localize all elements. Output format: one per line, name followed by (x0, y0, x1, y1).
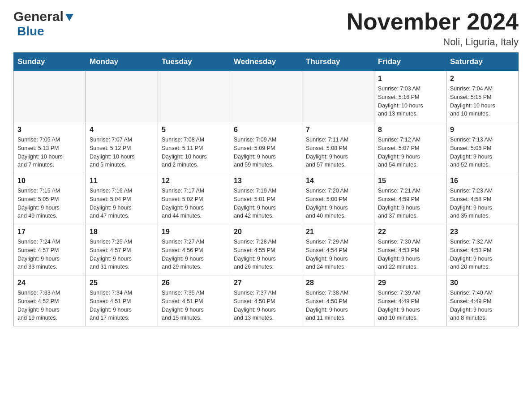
day-info: Sunrise: 7:24 AM Sunset: 4:57 PM Dayligh… (17, 238, 82, 271)
calendar-cell (86, 71, 158, 122)
calendar-cell: 16Sunrise: 7:23 AM Sunset: 4:58 PM Dayli… (446, 173, 519, 224)
calendar-cell (14, 71, 86, 122)
calendar-cell: 30Sunrise: 7:40 AM Sunset: 4:49 PM Dayli… (446, 275, 519, 326)
day-number: 12 (162, 177, 226, 185)
calendar-title: November 2024 (347, 9, 519, 34)
day-number: 23 (450, 228, 515, 236)
day-info: Sunrise: 7:12 AM Sunset: 5:07 PM Dayligh… (378, 136, 442, 169)
day-number: 28 (306, 279, 370, 287)
calendar-week-row: 10Sunrise: 7:15 AM Sunset: 5:05 PM Dayli… (14, 173, 519, 224)
svg-marker-0 (65, 14, 73, 21)
day-number: 4 (90, 126, 154, 134)
day-number: 22 (378, 228, 442, 236)
day-number: 16 (450, 177, 515, 185)
day-of-week-header-monday: Monday (86, 53, 158, 71)
day-info: Sunrise: 7:40 AM Sunset: 4:49 PM Dayligh… (450, 289, 515, 322)
day-info: Sunrise: 7:39 AM Sunset: 4:49 PM Dayligh… (378, 289, 442, 322)
day-number: 1 (378, 75, 442, 83)
day-number: 8 (378, 126, 442, 134)
calendar-cell: 14Sunrise: 7:20 AM Sunset: 5:00 PM Dayli… (302, 173, 374, 224)
day-of-week-header-wednesday: Wednesday (230, 53, 302, 71)
calendar-cell: 20Sunrise: 7:28 AM Sunset: 4:55 PM Dayli… (230, 224, 302, 275)
calendar-subtitle: Noli, Liguria, Italy (347, 36, 519, 48)
day-number: 14 (306, 177, 370, 185)
day-info: Sunrise: 7:27 AM Sunset: 4:56 PM Dayligh… (162, 238, 226, 271)
calendar-cell: 8Sunrise: 7:12 AM Sunset: 5:07 PM Daylig… (374, 122, 446, 173)
day-number: 5 (162, 126, 226, 134)
calendar-week-row: 3Sunrise: 7:05 AM Sunset: 5:13 PM Daylig… (14, 122, 519, 173)
calendar-cell: 19Sunrise: 7:27 AM Sunset: 4:56 PM Dayli… (158, 224, 230, 275)
day-info: Sunrise: 7:11 AM Sunset: 5:08 PM Dayligh… (306, 136, 370, 169)
calendar-cell: 17Sunrise: 7:24 AM Sunset: 4:57 PM Dayli… (14, 224, 86, 275)
day-info: Sunrise: 7:37 AM Sunset: 4:50 PM Dayligh… (234, 289, 298, 322)
logo: General Blue (13, 9, 74, 39)
day-number: 7 (306, 126, 370, 134)
day-info: Sunrise: 7:28 AM Sunset: 4:55 PM Dayligh… (234, 238, 298, 271)
day-info: Sunrise: 7:25 AM Sunset: 4:57 PM Dayligh… (90, 238, 154, 271)
day-number: 19 (162, 228, 226, 236)
calendar-cell: 15Sunrise: 7:21 AM Sunset: 4:59 PM Dayli… (374, 173, 446, 224)
day-number: 17 (17, 228, 82, 236)
calendar-cell: 11Sunrise: 7:16 AM Sunset: 5:04 PM Dayli… (86, 173, 158, 224)
calendar-cell: 22Sunrise: 7:30 AM Sunset: 4:53 PM Dayli… (374, 224, 446, 275)
day-info: Sunrise: 7:15 AM Sunset: 5:05 PM Dayligh… (17, 187, 82, 220)
calendar-cell: 23Sunrise: 7:32 AM Sunset: 4:53 PM Dayli… (446, 224, 519, 275)
day-of-week-header-saturday: Saturday (446, 53, 519, 71)
day-number: 13 (234, 177, 298, 185)
calendar-cell: 12Sunrise: 7:17 AM Sunset: 5:02 PM Dayli… (158, 173, 230, 224)
day-number: 27 (234, 279, 298, 287)
calendar-cell: 1Sunrise: 7:03 AM Sunset: 5:16 PM Daylig… (374, 71, 446, 122)
day-number: 26 (162, 279, 226, 287)
calendar-cell: 18Sunrise: 7:25 AM Sunset: 4:57 PM Dayli… (86, 224, 158, 275)
day-info: Sunrise: 7:09 AM Sunset: 5:09 PM Dayligh… (234, 136, 298, 169)
day-info: Sunrise: 7:23 AM Sunset: 4:58 PM Dayligh… (450, 187, 515, 220)
calendar-cell: 28Sunrise: 7:38 AM Sunset: 4:50 PM Dayli… (302, 275, 374, 326)
calendar-cell (158, 71, 230, 122)
calendar-cell: 6Sunrise: 7:09 AM Sunset: 5:09 PM Daylig… (230, 122, 302, 173)
calendar-header-row: SundayMondayTuesdayWednesdayThursdayFrid… (14, 53, 519, 71)
calendar-cell: 10Sunrise: 7:15 AM Sunset: 5:05 PM Dayli… (14, 173, 86, 224)
day-info: Sunrise: 7:38 AM Sunset: 4:50 PM Dayligh… (306, 289, 370, 322)
calendar-cell (230, 71, 302, 122)
calendar-week-row: 17Sunrise: 7:24 AM Sunset: 4:57 PM Dayli… (14, 224, 519, 275)
day-info: Sunrise: 7:20 AM Sunset: 5:00 PM Dayligh… (306, 187, 370, 220)
day-number: 21 (306, 228, 370, 236)
calendar-cell: 21Sunrise: 7:29 AM Sunset: 4:54 PM Dayli… (302, 224, 374, 275)
calendar-cell: 9Sunrise: 7:13 AM Sunset: 5:06 PM Daylig… (446, 122, 519, 173)
day-number: 18 (90, 228, 154, 236)
calendar-table: SundayMondayTuesdayWednesdayThursdayFrid… (13, 52, 519, 326)
day-info: Sunrise: 7:21 AM Sunset: 4:59 PM Dayligh… (378, 187, 442, 220)
day-info: Sunrise: 7:30 AM Sunset: 4:53 PM Dayligh… (378, 238, 442, 271)
calendar-cell: 4Sunrise: 7:07 AM Sunset: 5:12 PM Daylig… (86, 122, 158, 173)
day-info: Sunrise: 7:03 AM Sunset: 5:16 PM Dayligh… (378, 85, 442, 118)
calendar-week-row: 24Sunrise: 7:33 AM Sunset: 4:52 PM Dayli… (14, 275, 519, 326)
day-number: 20 (234, 228, 298, 236)
day-number: 11 (90, 177, 154, 185)
calendar-cell: 13Sunrise: 7:19 AM Sunset: 5:01 PM Dayli… (230, 173, 302, 224)
day-info: Sunrise: 7:35 AM Sunset: 4:51 PM Dayligh… (162, 289, 226, 322)
title-section: November 2024 Noli, Liguria, Italy (347, 9, 519, 48)
day-number: 10 (17, 177, 82, 185)
day-number: 30 (450, 279, 515, 287)
calendar-body: 1Sunrise: 7:03 AM Sunset: 5:16 PM Daylig… (14, 71, 519, 326)
calendar-cell (302, 71, 374, 122)
day-info: Sunrise: 7:08 AM Sunset: 5:11 PM Dayligh… (162, 136, 226, 169)
day-info: Sunrise: 7:32 AM Sunset: 4:53 PM Dayligh… (450, 238, 515, 271)
calendar-cell: 3Sunrise: 7:05 AM Sunset: 5:13 PM Daylig… (14, 122, 86, 173)
day-info: Sunrise: 7:16 AM Sunset: 5:04 PM Dayligh… (90, 187, 154, 220)
logo-triangle-icon (64, 12, 74, 22)
day-info: Sunrise: 7:13 AM Sunset: 5:06 PM Dayligh… (450, 136, 515, 169)
calendar-cell: 7Sunrise: 7:11 AM Sunset: 5:08 PM Daylig… (302, 122, 374, 173)
calendar-week-row: 1Sunrise: 7:03 AM Sunset: 5:16 PM Daylig… (14, 71, 519, 122)
day-number: 6 (234, 126, 298, 134)
day-number: 2 (450, 75, 515, 83)
calendar-header: SundayMondayTuesdayWednesdayThursdayFrid… (14, 53, 519, 71)
day-info: Sunrise: 7:04 AM Sunset: 5:15 PM Dayligh… (450, 85, 515, 118)
calendar-cell: 26Sunrise: 7:35 AM Sunset: 4:51 PM Dayli… (158, 275, 230, 326)
day-info: Sunrise: 7:34 AM Sunset: 4:51 PM Dayligh… (90, 289, 154, 322)
calendar-cell: 27Sunrise: 7:37 AM Sunset: 4:50 PM Dayli… (230, 275, 302, 326)
day-number: 15 (378, 177, 442, 185)
day-info: Sunrise: 7:19 AM Sunset: 5:01 PM Dayligh… (234, 187, 298, 220)
day-number: 25 (90, 279, 154, 287)
page-header: General Blue November 2024 Noli, Liguria… (13, 9, 519, 48)
